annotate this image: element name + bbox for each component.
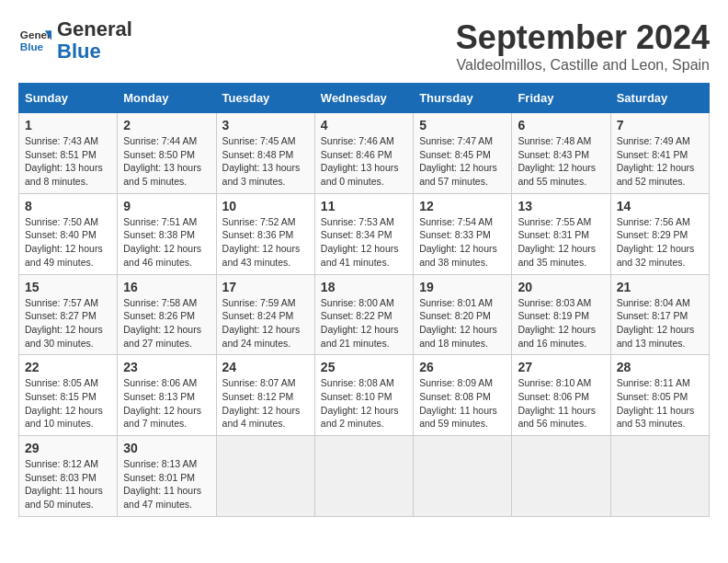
day-info: Sunrise: 7:56 AMSunset: 8:29 PMDaylight:… bbox=[617, 215, 703, 270]
day-info: Sunrise: 8:08 AMSunset: 8:10 PMDaylight:… bbox=[321, 376, 407, 431]
day-info: Sunrise: 7:58 AMSunset: 8:26 PMDaylight:… bbox=[123, 296, 210, 350]
col-header-tuesday: Tuesday bbox=[216, 84, 314, 113]
day-info: Sunrise: 8:03 AMSunset: 8:19 PMDaylight:… bbox=[518, 296, 604, 350]
calendar-cell: 27Sunrise: 8:10 AMSunset: 8:06 PMDayligh… bbox=[512, 355, 610, 436]
calendar-cell: 14Sunrise: 7:56 AMSunset: 8:29 PMDayligh… bbox=[610, 193, 709, 274]
day-number: 30 bbox=[123, 441, 210, 455]
calendar-cell: 24Sunrise: 8:07 AMSunset: 8:12 PMDayligh… bbox=[216, 355, 314, 436]
calendar-cell bbox=[314, 436, 413, 517]
day-number: 7 bbox=[617, 118, 703, 132]
day-info: Sunrise: 7:49 AMSunset: 8:41 PMDaylight:… bbox=[617, 134, 703, 189]
day-number: 16 bbox=[123, 280, 210, 294]
col-header-monday: Monday bbox=[118, 84, 216, 113]
col-header-saturday: Saturday bbox=[610, 84, 709, 113]
day-info: Sunrise: 7:55 AMSunset: 8:31 PMDaylight:… bbox=[518, 215, 604, 270]
calendar-cell: 10Sunrise: 7:52 AMSunset: 8:36 PMDayligh… bbox=[216, 193, 314, 274]
calendar-cell: 17Sunrise: 7:59 AMSunset: 8:24 PMDayligh… bbox=[216, 274, 314, 355]
day-number: 9 bbox=[123, 199, 210, 213]
day-number: 23 bbox=[123, 360, 210, 374]
day-number: 21 bbox=[617, 280, 703, 294]
day-info: Sunrise: 7:48 AMSunset: 8:43 PMDaylight:… bbox=[518, 134, 604, 189]
calendar-cell: 3Sunrise: 7:45 AMSunset: 8:48 PMDaylight… bbox=[216, 113, 314, 194]
day-number: 25 bbox=[321, 360, 407, 374]
day-info: Sunrise: 8:00 AMSunset: 8:22 PMDaylight:… bbox=[321, 296, 407, 350]
calendar-cell: 1Sunrise: 7:43 AMSunset: 8:51 PMDaylight… bbox=[19, 113, 118, 194]
calendar-cell: 19Sunrise: 8:01 AMSunset: 8:20 PMDayligh… bbox=[414, 274, 512, 355]
day-number: 27 bbox=[518, 360, 604, 374]
day-number: 3 bbox=[222, 118, 309, 132]
day-info: Sunrise: 7:44 AMSunset: 8:50 PMDaylight:… bbox=[123, 134, 210, 189]
calendar-week-row: 22Sunrise: 8:05 AMSunset: 8:15 PMDayligh… bbox=[19, 355, 710, 436]
col-header-friday: Friday bbox=[512, 84, 610, 113]
svg-text:Blue: Blue bbox=[20, 40, 44, 52]
calendar-cell bbox=[216, 436, 314, 517]
calendar-cell: 4Sunrise: 7:46 AMSunset: 8:46 PMDaylight… bbox=[314, 113, 413, 194]
calendar-cell: 20Sunrise: 8:03 AMSunset: 8:19 PMDayligh… bbox=[512, 274, 610, 355]
day-info: Sunrise: 7:54 AMSunset: 8:33 PMDaylight:… bbox=[419, 215, 506, 270]
logo-text: General Blue bbox=[57, 18, 132, 63]
day-number: 13 bbox=[518, 199, 604, 213]
day-number: 28 bbox=[617, 360, 703, 374]
logo: General Blue General Blue bbox=[18, 18, 132, 63]
calendar-week-row: 1Sunrise: 7:43 AMSunset: 8:51 PMDaylight… bbox=[19, 113, 710, 194]
calendar-week-row: 15Sunrise: 7:57 AMSunset: 8:27 PMDayligh… bbox=[19, 274, 710, 355]
calendar-cell: 25Sunrise: 8:08 AMSunset: 8:10 PMDayligh… bbox=[314, 355, 413, 436]
day-info: Sunrise: 7:59 AMSunset: 8:24 PMDaylight:… bbox=[222, 296, 309, 350]
day-info: Sunrise: 8:06 AMSunset: 8:13 PMDaylight:… bbox=[123, 376, 210, 431]
location-title: Valdeolmillos, Castille and Leon, Spain bbox=[456, 57, 710, 74]
day-number: 20 bbox=[518, 280, 604, 294]
day-number: 11 bbox=[321, 199, 407, 213]
day-info: Sunrise: 8:12 AMSunset: 8:03 PMDaylight:… bbox=[25, 457, 111, 511]
day-info: Sunrise: 8:09 AMSunset: 8:08 PMDaylight:… bbox=[419, 376, 506, 431]
day-info: Sunrise: 8:01 AMSunset: 8:20 PMDaylight:… bbox=[419, 296, 506, 350]
day-number: 15 bbox=[25, 280, 111, 294]
calendar-week-row: 8Sunrise: 7:50 AMSunset: 8:40 PMDaylight… bbox=[19, 193, 710, 274]
day-number: 1 bbox=[25, 118, 111, 132]
calendar-cell: 8Sunrise: 7:50 AMSunset: 8:40 PMDaylight… bbox=[19, 193, 118, 274]
col-header-sunday: Sunday bbox=[19, 84, 118, 113]
calendar-cell: 5Sunrise: 7:47 AMSunset: 8:45 PMDaylight… bbox=[414, 113, 512, 194]
day-info: Sunrise: 7:57 AMSunset: 8:27 PMDaylight:… bbox=[25, 296, 111, 350]
day-number: 14 bbox=[617, 199, 703, 213]
calendar-week-row: 29Sunrise: 8:12 AMSunset: 8:03 PMDayligh… bbox=[19, 436, 710, 517]
day-number: 12 bbox=[419, 199, 506, 213]
calendar-cell bbox=[414, 436, 512, 517]
day-info: Sunrise: 8:11 AMSunset: 8:05 PMDaylight:… bbox=[617, 376, 703, 431]
day-info: Sunrise: 8:05 AMSunset: 8:15 PMDaylight:… bbox=[25, 376, 111, 431]
day-number: 18 bbox=[321, 280, 407, 294]
calendar-cell bbox=[610, 436, 709, 517]
day-info: Sunrise: 7:43 AMSunset: 8:51 PMDaylight:… bbox=[25, 134, 111, 189]
day-number: 29 bbox=[25, 441, 111, 455]
day-info: Sunrise: 7:46 AMSunset: 8:46 PMDaylight:… bbox=[321, 134, 407, 189]
calendar-table: SundayMondayTuesdayWednesdayThursdayFrid… bbox=[18, 83, 710, 517]
svg-text:General: General bbox=[20, 29, 51, 40]
calendar-cell: 7Sunrise: 7:49 AMSunset: 8:41 PMDaylight… bbox=[610, 113, 709, 194]
day-info: Sunrise: 7:50 AMSunset: 8:40 PMDaylight:… bbox=[25, 215, 111, 270]
day-info: Sunrise: 7:47 AMSunset: 8:45 PMDaylight:… bbox=[419, 134, 506, 189]
day-number: 22 bbox=[25, 360, 111, 374]
calendar-cell: 29Sunrise: 8:12 AMSunset: 8:03 PMDayligh… bbox=[19, 436, 118, 517]
calendar-cell: 30Sunrise: 8:13 AMSunset: 8:01 PMDayligh… bbox=[118, 436, 216, 517]
calendar-cell: 9Sunrise: 7:51 AMSunset: 8:38 PMDaylight… bbox=[118, 193, 216, 274]
calendar-cell: 18Sunrise: 8:00 AMSunset: 8:22 PMDayligh… bbox=[314, 274, 413, 355]
day-number: 19 bbox=[419, 280, 506, 294]
calendar-cell: 15Sunrise: 7:57 AMSunset: 8:27 PMDayligh… bbox=[19, 274, 118, 355]
day-info: Sunrise: 8:13 AMSunset: 8:01 PMDaylight:… bbox=[123, 457, 210, 511]
calendar-cell: 12Sunrise: 7:54 AMSunset: 8:33 PMDayligh… bbox=[414, 193, 512, 274]
header: General Blue General Blue September 2024… bbox=[18, 18, 710, 74]
calendar-cell: 2Sunrise: 7:44 AMSunset: 8:50 PMDaylight… bbox=[118, 113, 216, 194]
calendar-cell: 22Sunrise: 8:05 AMSunset: 8:15 PMDayligh… bbox=[19, 355, 118, 436]
day-number: 2 bbox=[123, 118, 210, 132]
day-info: Sunrise: 7:53 AMSunset: 8:34 PMDaylight:… bbox=[321, 215, 407, 270]
calendar-cell: 11Sunrise: 7:53 AMSunset: 8:34 PMDayligh… bbox=[314, 193, 413, 274]
day-number: 17 bbox=[222, 280, 309, 294]
calendar-cell: 13Sunrise: 7:55 AMSunset: 8:31 PMDayligh… bbox=[512, 193, 610, 274]
day-info: Sunrise: 7:45 AMSunset: 8:48 PMDaylight:… bbox=[222, 134, 309, 189]
calendar-cell: 28Sunrise: 8:11 AMSunset: 8:05 PMDayligh… bbox=[610, 355, 709, 436]
day-info: Sunrise: 7:52 AMSunset: 8:36 PMDaylight:… bbox=[222, 215, 309, 270]
month-title: September 2024 bbox=[456, 18, 710, 57]
calendar-cell: 23Sunrise: 8:06 AMSunset: 8:13 PMDayligh… bbox=[118, 355, 216, 436]
day-info: Sunrise: 8:07 AMSunset: 8:12 PMDaylight:… bbox=[222, 376, 309, 431]
calendar-cell: 6Sunrise: 7:48 AMSunset: 8:43 PMDaylight… bbox=[512, 113, 610, 194]
day-info: Sunrise: 8:04 AMSunset: 8:17 PMDaylight:… bbox=[617, 296, 703, 350]
